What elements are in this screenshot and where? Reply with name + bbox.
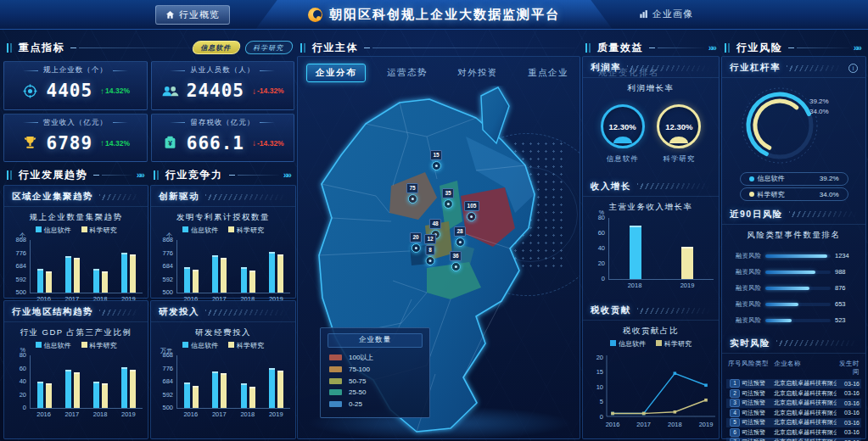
map-marker[interactable]: 105 bbox=[464, 201, 479, 221]
chart-profit-growth: 利润增长率12.30%信息软件12.30%科学研究 bbox=[583, 78, 719, 165]
bar-group bbox=[115, 253, 143, 293]
kpi-card-delta: ↑14.32% bbox=[100, 138, 130, 148]
bar bbox=[193, 270, 199, 293]
chart-title: 风险类型事件数量排名 bbox=[727, 230, 860, 241]
row-index-badge: 7 bbox=[728, 438, 742, 441]
tab-对外投资[interactable]: 对外投资 bbox=[449, 64, 507, 81]
panel-quality: 利润率 利润增长率12.30%信息软件12.30%科学研究 收入增长 主营业务收… bbox=[582, 56, 720, 439]
y-tick-label: 20 bbox=[598, 260, 605, 267]
expand-icon[interactable] bbox=[283, 170, 293, 180]
expand-icon[interactable] bbox=[854, 42, 863, 53]
hbar-fill bbox=[765, 303, 798, 306]
x-axis-labels: 2016201720182019 bbox=[30, 409, 143, 418]
expand-icon[interactable] bbox=[708, 42, 718, 53]
nav-industry-overview[interactable]: 行业概览 bbox=[155, 5, 230, 25]
risk-type-cell: 司法预警 bbox=[742, 399, 774, 407]
bar bbox=[241, 383, 247, 408]
bar-group bbox=[87, 382, 115, 408]
section-ornament-icon bbox=[154, 170, 160, 180]
svg-text:2017: 2017 bbox=[636, 421, 651, 428]
bar bbox=[121, 367, 127, 408]
y-tick-label: 80 bbox=[598, 215, 605, 221]
bar-plot: %80604020020182019 bbox=[588, 218, 714, 289]
legend-swatch-icon bbox=[81, 342, 87, 348]
donut-ring-icon: 12.30% bbox=[601, 104, 645, 148]
map-marker[interactable]: 28 bbox=[454, 226, 466, 247]
nav-label: 行业概览 bbox=[179, 8, 220, 21]
svg-text:¥: ¥ bbox=[168, 139, 172, 148]
hbar-row: 融资风险653 bbox=[731, 300, 857, 309]
donut-value: 12.30% bbox=[609, 122, 636, 131]
bar bbox=[221, 373, 227, 408]
info-icon[interactable] bbox=[848, 64, 858, 73]
bar bbox=[93, 269, 99, 293]
kpi-card-delta-value: 14.32% bbox=[105, 139, 130, 148]
legend-swatch-icon bbox=[656, 340, 662, 346]
legend-swatch-icon bbox=[36, 342, 42, 348]
chart-legend: 信息软件科学研究 bbox=[588, 339, 714, 349]
company-name-cell: 北京启航卓越科技有限公司 bbox=[774, 409, 837, 417]
kpi-card-value: 6789 bbox=[47, 133, 93, 154]
marker-value: 15 bbox=[430, 150, 442, 160]
map-marker[interactable]: 15 bbox=[430, 150, 442, 170]
pin-icon bbox=[455, 237, 464, 247]
section-header-risk: 行业风险 bbox=[725, 39, 863, 56]
hbar-row: 融资风险988 bbox=[731, 268, 857, 276]
legend-dot-icon bbox=[749, 176, 754, 181]
arrow-down-icon: ↓ bbox=[252, 138, 256, 148]
bar-group bbox=[115, 367, 143, 408]
bar-plot: 个8687766845925002016201720182019 bbox=[9, 240, 143, 303]
bar bbox=[277, 371, 283, 408]
leverage-gauge: 39.2%34.0%信息软件39.2%科学研究34.0% bbox=[727, 78, 860, 204]
nav-enterprise-portrait[interactable]: 企业画像 bbox=[630, 5, 703, 23]
kpi-card-value: 24405 bbox=[187, 81, 244, 101]
map-marker[interactable]: 8 bbox=[426, 245, 435, 265]
tab-运营态势[interactable]: 运营态势 bbox=[378, 64, 436, 81]
panel-subtitle: 行业杠杆率 bbox=[730, 62, 781, 74]
y-tick-label: 868 bbox=[162, 237, 173, 243]
map-marker[interactable]: 35 bbox=[442, 188, 454, 209]
map-marker[interactable]: 36 bbox=[450, 251, 462, 271]
kpi-card-value: 666.1 bbox=[187, 133, 244, 154]
row-index-badge: 3 bbox=[728, 399, 742, 407]
x-axis-labels: 20182019 bbox=[608, 280, 714, 289]
bar bbox=[630, 226, 641, 279]
hbar-fill bbox=[765, 271, 815, 274]
table-row: 7司法预警北京启航卓越科技有限公司03-16 bbox=[726, 438, 861, 441]
hatch-decoration-icon bbox=[787, 65, 843, 71]
map-area: 15753510548282012836 企业数量 100以上75-10050-… bbox=[298, 86, 580, 438]
map-legend-item: 75-100 bbox=[329, 366, 421, 373]
kpi-card-delta: ↓-14.32% bbox=[252, 87, 284, 96]
chart-legend: 信息软件科学研究 bbox=[156, 341, 290, 350]
tab-企业分布[interactable]: 企业分布 bbox=[306, 64, 366, 82]
nav-label: 企业画像 bbox=[652, 8, 693, 20]
gauge-value: 39.2% bbox=[809, 97, 829, 107]
chart-gdp-share: 行业 GDP 占第三产业比例信息软件科学研究%80604020020162017… bbox=[4, 322, 148, 438]
panel-subheader: 利润率 bbox=[583, 57, 719, 78]
legend-swatch-icon bbox=[329, 389, 342, 395]
panel-region-structure: 行业地区结构趋势 行业 GDP 占第三产业比例信息软件科学研究%80604020… bbox=[3, 300, 148, 439]
map-marker[interactable]: 75 bbox=[406, 183, 418, 204]
map-marker[interactable]: 20 bbox=[410, 232, 422, 253]
chart-regional-cluster: 规上企业数量集聚趋势信息软件科学研究个868776684592500201620… bbox=[4, 207, 148, 303]
bar bbox=[130, 254, 136, 293]
y-axis: 个868776684592500 bbox=[156, 240, 176, 293]
company-name-cell: 北京启航卓越科技有限公司 bbox=[774, 399, 837, 407]
company-name-cell: 北京启航卓越科技有限公司 bbox=[774, 379, 837, 388]
x-tick-label: 2016 bbox=[176, 409, 205, 418]
kpi-filter-inactive[interactable]: 科学研究 bbox=[244, 41, 294, 54]
hbar-fill bbox=[765, 254, 827, 258]
kpi-filter-active[interactable]: 信息软件 bbox=[191, 41, 241, 54]
kpi-card: 规上企业数（个）4405↑14.32% bbox=[3, 61, 148, 110]
table-row: 1司法预警北京启航卓越科技有限公司03-16 bbox=[726, 379, 861, 389]
tax-section: 税收贡献 税收贡献占比信息软件科学研究20151050%201620172018… bbox=[583, 299, 719, 438]
chart-title: 行业 GDP 占第三产业比例 bbox=[9, 327, 143, 338]
expand-icon[interactable] bbox=[137, 170, 146, 180]
table-header-cell: 序号 bbox=[728, 360, 742, 377]
bars-area bbox=[176, 355, 290, 409]
tab-重点企业[interactable]: 重点企业 bbox=[519, 64, 577, 81]
chart-leverage-gauge: 39.2%34.0%信息软件39.2%科学研究34.0% bbox=[722, 78, 865, 204]
bar-group bbox=[59, 370, 87, 408]
y-tick-label: 776 bbox=[162, 366, 173, 372]
risk-type-cell: 司法预警 bbox=[742, 428, 774, 437]
